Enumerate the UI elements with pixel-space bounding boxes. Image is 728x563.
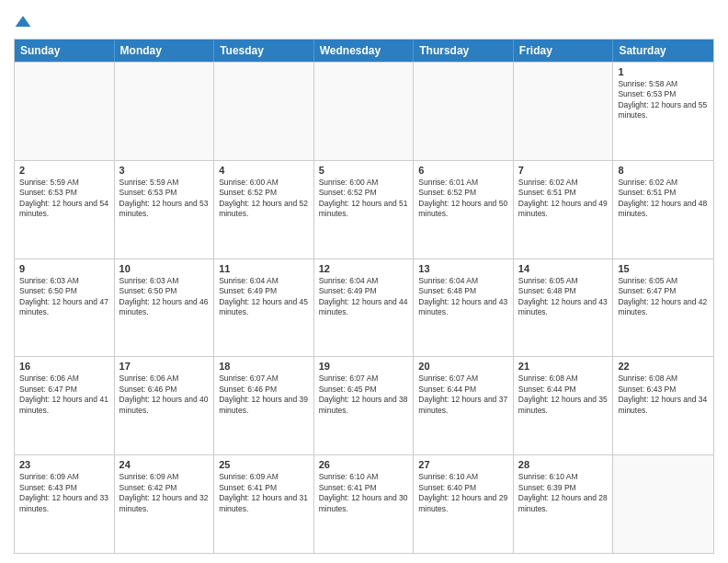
day-number: 21 <box>518 361 609 372</box>
cell-info: Sunrise: 6:09 AM Sunset: 6:42 PM Dayligh… <box>119 472 210 514</box>
cell-info: Sunrise: 6:02 AM Sunset: 6:51 PM Dayligh… <box>518 178 609 220</box>
calendar-header: SundayMondayTuesdayWednesdayThursdayFrid… <box>15 40 713 62</box>
cell-info: Sunrise: 6:10 AM Sunset: 6:41 PM Dayligh… <box>319 472 409 514</box>
calendar-row: 9Sunrise: 6:03 AM Sunset: 6:50 PM Daylig… <box>15 259 713 357</box>
weekday-header: Wednesday <box>314 40 415 62</box>
calendar-cell <box>15 63 115 160</box>
cell-info: Sunrise: 5:59 AM Sunset: 6:53 PM Dayligh… <box>119 178 210 220</box>
day-number: 7 <box>518 165 609 176</box>
header <box>14 9 714 31</box>
day-number: 23 <box>19 459 109 470</box>
day-number: 28 <box>518 459 609 470</box>
day-number: 20 <box>418 361 508 372</box>
calendar-cell: 3Sunrise: 5:59 AM Sunset: 6:53 PM Daylig… <box>115 161 215 259</box>
cell-info: Sunrise: 6:04 AM Sunset: 6:48 PM Dayligh… <box>418 276 508 318</box>
calendar-cell: 7Sunrise: 6:02 AM Sunset: 6:51 PM Daylig… <box>514 161 614 259</box>
calendar-row: 23Sunrise: 6:09 AM Sunset: 6:43 PM Dayli… <box>15 454 713 553</box>
day-number: 17 <box>119 361 210 372</box>
cell-info: Sunrise: 6:07 AM Sunset: 6:45 PM Dayligh… <box>319 373 409 416</box>
cell-info: Sunrise: 6:09 AM Sunset: 6:43 PM Dayligh… <box>19 472 109 514</box>
calendar-row: 2Sunrise: 5:59 AM Sunset: 6:53 PM Daylig… <box>15 160 713 259</box>
calendar-cell: 19Sunrise: 6:07 AM Sunset: 6:45 PM Dayli… <box>314 357 415 454</box>
calendar-cell <box>613 455 713 553</box>
calendar-cell <box>514 63 614 160</box>
calendar-cell: 5Sunrise: 6:00 AM Sunset: 6:52 PM Daylig… <box>314 161 415 259</box>
calendar-cell: 8Sunrise: 6:02 AM Sunset: 6:51 PM Daylig… <box>613 161 713 259</box>
calendar-cell: 24Sunrise: 6:09 AM Sunset: 6:42 PM Dayli… <box>115 455 215 553</box>
calendar-cell <box>314 63 415 160</box>
day-number: 22 <box>618 361 709 372</box>
weekday-header: Friday <box>514 40 614 62</box>
logo <box>14 13 36 31</box>
calendar-cell: 20Sunrise: 6:07 AM Sunset: 6:44 PM Dayli… <box>414 357 514 454</box>
day-number: 10 <box>119 263 210 274</box>
calendar-cell: 6Sunrise: 6:01 AM Sunset: 6:52 PM Daylig… <box>414 161 514 259</box>
day-number: 11 <box>219 263 309 274</box>
calendar-cell: 27Sunrise: 6:10 AM Sunset: 6:40 PM Dayli… <box>414 455 514 553</box>
weekday-header: Tuesday <box>214 40 314 62</box>
page: SundayMondayTuesdayWednesdayThursdayFrid… <box>0 0 728 563</box>
calendar-cell: 9Sunrise: 6:03 AM Sunset: 6:50 PM Daylig… <box>15 259 115 357</box>
day-number: 26 <box>319 459 409 470</box>
calendar-cell <box>414 63 514 160</box>
cell-info: Sunrise: 6:07 AM Sunset: 6:44 PM Dayligh… <box>418 373 508 416</box>
weekday-header: Thursday <box>414 40 514 62</box>
day-number: 15 <box>618 263 709 274</box>
day-number: 3 <box>119 165 210 176</box>
day-number: 13 <box>418 263 508 274</box>
calendar-cell: 22Sunrise: 6:08 AM Sunset: 6:43 PM Dayli… <box>613 357 713 454</box>
cell-info: Sunrise: 6:01 AM Sunset: 6:52 PM Dayligh… <box>418 178 508 220</box>
cell-info: Sunrise: 6:00 AM Sunset: 6:52 PM Dayligh… <box>319 178 409 220</box>
day-number: 8 <box>618 165 709 176</box>
day-number: 6 <box>418 165 508 176</box>
calendar-cell: 10Sunrise: 6:03 AM Sunset: 6:50 PM Dayli… <box>115 259 215 357</box>
calendar-cell: 21Sunrise: 6:08 AM Sunset: 6:44 PM Dayli… <box>514 357 614 454</box>
day-number: 12 <box>319 263 409 274</box>
calendar-cell: 11Sunrise: 6:04 AM Sunset: 6:49 PM Dayli… <box>214 259 314 357</box>
calendar-cell: 15Sunrise: 6:05 AM Sunset: 6:47 PM Dayli… <box>613 259 713 357</box>
calendar-cell: 13Sunrise: 6:04 AM Sunset: 6:48 PM Dayli… <box>414 259 514 357</box>
cell-info: Sunrise: 6:10 AM Sunset: 6:39 PM Dayligh… <box>518 472 609 514</box>
day-number: 16 <box>19 361 109 372</box>
calendar-row: 16Sunrise: 6:06 AM Sunset: 6:47 PM Dayli… <box>15 356 713 454</box>
calendar-cell: 23Sunrise: 6:09 AM Sunset: 6:43 PM Dayli… <box>15 455 115 553</box>
day-number: 9 <box>19 263 109 274</box>
cell-info: Sunrise: 6:06 AM Sunset: 6:46 PM Dayligh… <box>119 373 210 416</box>
day-number: 5 <box>319 165 409 176</box>
calendar-cell: 14Sunrise: 6:05 AM Sunset: 6:48 PM Dayli… <box>514 259 614 357</box>
calendar-cell: 25Sunrise: 6:09 AM Sunset: 6:41 PM Dayli… <box>214 455 314 553</box>
calendar-cell: 18Sunrise: 6:07 AM Sunset: 6:46 PM Dayli… <box>214 357 314 454</box>
calendar-body: 1Sunrise: 5:58 AM Sunset: 6:53 PM Daylig… <box>15 62 713 553</box>
weekday-header: Sunday <box>15 40 115 62</box>
cell-info: Sunrise: 5:58 AM Sunset: 6:53 PM Dayligh… <box>618 79 709 121</box>
calendar-cell: 12Sunrise: 6:04 AM Sunset: 6:49 PM Dayli… <box>314 259 415 357</box>
day-number: 25 <box>219 459 309 470</box>
logo-icon <box>14 13 32 31</box>
cell-info: Sunrise: 6:04 AM Sunset: 6:49 PM Dayligh… <box>219 276 309 318</box>
svg-marker-0 <box>16 16 31 27</box>
calendar-cell: 16Sunrise: 6:06 AM Sunset: 6:47 PM Dayli… <box>15 357 115 454</box>
day-number: 24 <box>119 459 210 470</box>
day-number: 27 <box>418 459 508 470</box>
calendar-cell: 1Sunrise: 5:58 AM Sunset: 6:53 PM Daylig… <box>613 63 713 160</box>
day-number: 4 <box>219 165 309 176</box>
cell-info: Sunrise: 6:06 AM Sunset: 6:47 PM Dayligh… <box>19 373 109 416</box>
cell-info: Sunrise: 6:10 AM Sunset: 6:40 PM Dayligh… <box>418 472 508 514</box>
calendar-cell <box>214 63 314 160</box>
weekday-header: Monday <box>115 40 215 62</box>
day-number: 19 <box>319 361 409 372</box>
calendar-cell: 2Sunrise: 5:59 AM Sunset: 6:53 PM Daylig… <box>15 161 115 259</box>
cell-info: Sunrise: 6:04 AM Sunset: 6:49 PM Dayligh… <box>319 276 409 318</box>
cell-info: Sunrise: 6:08 AM Sunset: 6:44 PM Dayligh… <box>518 373 609 416</box>
day-number: 18 <box>219 361 309 372</box>
cell-info: Sunrise: 6:05 AM Sunset: 6:48 PM Dayligh… <box>518 276 609 318</box>
calendar-cell: 4Sunrise: 6:00 AM Sunset: 6:52 PM Daylig… <box>214 161 314 259</box>
cell-info: Sunrise: 6:05 AM Sunset: 6:47 PM Dayligh… <box>618 276 709 318</box>
calendar-row: 1Sunrise: 5:58 AM Sunset: 6:53 PM Daylig… <box>15 62 713 160</box>
calendar-cell <box>115 63 215 160</box>
cell-info: Sunrise: 6:08 AM Sunset: 6:43 PM Dayligh… <box>618 373 709 416</box>
calendar-cell: 28Sunrise: 6:10 AM Sunset: 6:39 PM Dayli… <box>514 455 614 553</box>
day-number: 2 <box>19 165 109 176</box>
calendar-cell: 17Sunrise: 6:06 AM Sunset: 6:46 PM Dayli… <box>115 357 215 454</box>
cell-info: Sunrise: 5:59 AM Sunset: 6:53 PM Dayligh… <box>19 178 109 220</box>
